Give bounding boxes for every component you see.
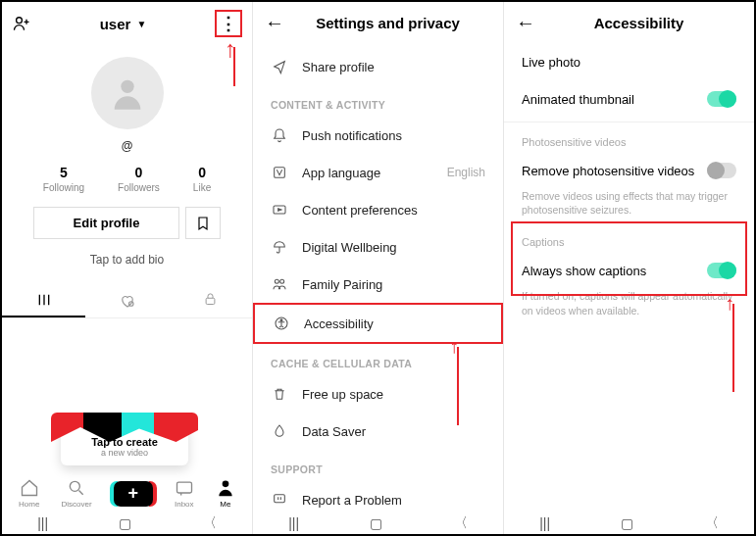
nav-discover[interactable]: Discover bbox=[61, 478, 91, 509]
bottom-nav: Home Discover + Inbox Me bbox=[2, 474, 252, 512]
back-button[interactable]: ← bbox=[265, 12, 284, 34]
sys-back[interactable]: 〈 bbox=[203, 514, 217, 532]
sys-home[interactable]: ▢ bbox=[621, 515, 633, 531]
svg-rect-5 bbox=[176, 482, 191, 493]
nav-inbox[interactable]: Inbox bbox=[175, 478, 194, 509]
bookmark-button[interactable] bbox=[185, 207, 221, 239]
system-nav: ||| ▢ 〈 bbox=[2, 512, 252, 534]
row-push-notifications[interactable]: Push notifications bbox=[253, 117, 503, 154]
row-animated-thumbnail[interactable]: Animated thumbnail bbox=[504, 80, 754, 118]
row-app-language[interactable]: App languageEnglish bbox=[253, 154, 503, 191]
umbrella-icon bbox=[271, 239, 288, 255]
nav-me[interactable]: Me bbox=[216, 478, 235, 509]
sys-recent[interactable]: ||| bbox=[539, 515, 550, 531]
stat-following[interactable]: 5 Following bbox=[43, 165, 84, 193]
tab-private[interactable] bbox=[169, 284, 252, 317]
chevron-down-icon: ▼ bbox=[136, 19, 146, 29]
svg-point-0 bbox=[17, 18, 23, 24]
sys-home[interactable]: ▢ bbox=[119, 515, 131, 531]
add-person-icon[interactable] bbox=[12, 14, 31, 33]
row-remove-photosensitive[interactable]: Remove photosensitive videos bbox=[504, 152, 754, 189]
tap-to-create-card[interactable]: Tap to create a new video bbox=[61, 426, 188, 465]
system-nav: ||| ▢ 〈 bbox=[253, 512, 503, 534]
sys-back[interactable]: 〈 bbox=[705, 514, 719, 532]
annotation-arrow: ↑ bbox=[725, 292, 734, 315]
pref-icon bbox=[271, 202, 288, 218]
svg-rect-13 bbox=[275, 495, 285, 503]
bio-placeholder[interactable]: Tap to add bio bbox=[90, 253, 164, 267]
access-icon bbox=[273, 316, 290, 331]
username-dropdown[interactable]: user ▼ bbox=[39, 16, 207, 32]
section-cache: CACHE & CELLULAR DATA bbox=[253, 344, 503, 375]
row-family-pairing[interactable]: Family Pairing bbox=[253, 266, 503, 303]
row-share-profile[interactable]: Share profile bbox=[253, 48, 503, 85]
svg-point-12 bbox=[280, 319, 282, 321]
more-menu-button[interactable]: ⋮ bbox=[215, 10, 242, 37]
share-icon bbox=[271, 59, 288, 74]
user-handle: @ bbox=[122, 139, 133, 153]
sys-home[interactable]: ▢ bbox=[370, 515, 382, 531]
trash-icon bbox=[271, 386, 288, 402]
nav-create[interactable]: + bbox=[114, 481, 153, 507]
drop-icon bbox=[271, 423, 288, 439]
svg-rect-3 bbox=[206, 298, 215, 304]
row-free-up-space[interactable]: Free up space bbox=[253, 375, 503, 413]
stat-followers[interactable]: 0 Followers bbox=[118, 165, 160, 193]
svg-point-6 bbox=[223, 481, 229, 488]
annotation-arrow: ↑ bbox=[449, 335, 459, 358]
system-nav: ||| ▢ 〈 bbox=[504, 512, 754, 534]
annotation-arrow: ↑ bbox=[225, 35, 236, 63]
bell-icon bbox=[271, 127, 288, 143]
sys-back[interactable]: 〈 bbox=[454, 514, 468, 532]
back-button[interactable]: ← bbox=[516, 12, 535, 34]
tab-liked[interactable] bbox=[85, 284, 169, 317]
svg-point-9 bbox=[275, 279, 278, 283]
nav-home[interactable]: Home bbox=[19, 478, 39, 509]
sys-recent[interactable]: ||| bbox=[37, 515, 48, 531]
lang-icon bbox=[271, 165, 288, 180]
accessibility-panel: ← Accessibility Live photo Animated thum… bbox=[504, 2, 754, 534]
sys-recent[interactable]: ||| bbox=[288, 515, 299, 531]
stat-likes[interactable]: 0 Like bbox=[193, 165, 211, 193]
page-title: Accessibility bbox=[535, 15, 742, 31]
edit-profile-button[interactable]: Edit profile bbox=[33, 207, 180, 239]
row-data-saver[interactable]: Data Saver bbox=[253, 413, 503, 450]
page-title: Settings and privacy bbox=[284, 15, 491, 31]
section-content-activity: CONTENT & ACTIVITY bbox=[253, 85, 503, 117]
avatar[interactable] bbox=[91, 57, 164, 129]
family-icon bbox=[271, 276, 288, 292]
flag-icon bbox=[271, 492, 288, 508]
row-content-preferences[interactable]: Content preferences bbox=[253, 191, 503, 228]
row-live-photo[interactable]: Live photo bbox=[504, 44, 754, 80]
settings-panel: ← Settings and privacy Share profileCONT… bbox=[253, 2, 504, 534]
tab-grid[interactable] bbox=[2, 284, 85, 317]
toggle-photosensitive[interactable] bbox=[707, 163, 736, 178]
row-accessibility[interactable]: Accessibility bbox=[253, 303, 503, 344]
row-digital-wellbeing[interactable]: Digital Wellbeing bbox=[253, 228, 503, 266]
svg-point-10 bbox=[280, 279, 284, 283]
section-photosensitive: Photosensitive videos bbox=[504, 126, 754, 152]
svg-point-1 bbox=[121, 80, 133, 93]
section-support: SUPPORT bbox=[253, 450, 503, 481]
svg-point-4 bbox=[70, 481, 79, 491]
annotation-highlight bbox=[511, 221, 747, 296]
username: user bbox=[100, 16, 131, 32]
profile-panel: user ▼ ⋮ ↑ @ 5 Following 0 Followers bbox=[2, 2, 253, 534]
toggle-animated-thumbnail[interactable] bbox=[707, 91, 736, 107]
